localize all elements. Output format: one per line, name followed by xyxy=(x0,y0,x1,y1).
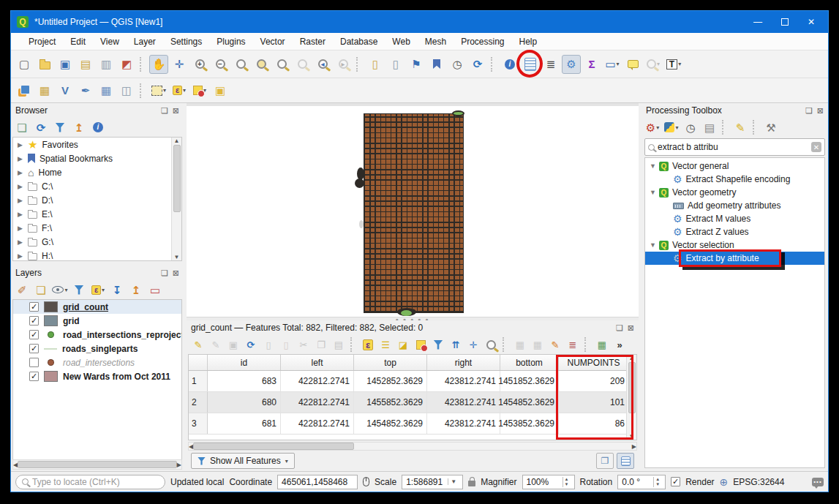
scrollbar-thumb[interactable] xyxy=(193,443,354,450)
new-3d-map-view-button[interactable]: ▯ xyxy=(386,55,405,74)
close-button[interactable]: ✕ xyxy=(808,17,815,27)
new-print-layout-button[interactable]: ▤ xyxy=(76,55,95,74)
zoom-to-selection-button[interactable] xyxy=(252,55,271,74)
zoom-to-selection-button[interactable] xyxy=(483,336,499,353)
move-selection-to-top-button[interactable]: ⇈ xyxy=(448,336,464,353)
processing-search-box[interactable]: extract b attribu ✕ xyxy=(644,138,825,156)
browser-item-g[interactable]: ▶G:\ xyxy=(13,235,181,249)
maximize-button[interactable] xyxy=(781,18,789,26)
expand-arrow-icon[interactable]: ▶ xyxy=(18,155,23,162)
zoom-last-button[interactable]: ◂ xyxy=(313,55,332,74)
cell-numpoints[interactable]: 101 xyxy=(559,392,629,413)
layer-item-road-intersections[interactable]: road_intersections xyxy=(13,356,181,369)
layers-close-button[interactable]: ⊠ xyxy=(173,268,179,278)
scroll-up-icon[interactable]: ▲ xyxy=(174,138,180,144)
map-tips-button[interactable] xyxy=(623,55,642,74)
cell-top[interactable]: 1454852.3629 xyxy=(354,413,427,434)
layer-visibility-checkbox[interactable]: ✓ xyxy=(29,372,39,381)
magnifier-spinbox[interactable]: 100% ▲▼ xyxy=(522,475,575,489)
menu-database[interactable]: Database xyxy=(333,34,385,49)
algorithm-add-geometry-attributes[interactable]: Add geometry attributes xyxy=(645,199,824,212)
collapse-arrow-icon[interactable]: ▼ xyxy=(650,162,655,170)
expand-arrow-icon[interactable]: ▶ xyxy=(18,211,23,218)
column-header-left[interactable]: left xyxy=(281,355,354,370)
form-view-toggle-button[interactable]: ❐ xyxy=(596,453,614,469)
render-checkbox[interactable]: ✓ xyxy=(671,477,680,486)
dropdown-arrow-icon[interactable]: ▼ xyxy=(448,478,459,485)
grid-count-layer-rendering[interactable] xyxy=(364,113,464,313)
cell-id[interactable]: 680 xyxy=(208,392,281,413)
cell-left[interactable]: 422812.2741 xyxy=(281,392,354,413)
select-features-button[interactable]: ▾ xyxy=(149,81,168,100)
collapse-arrow-icon[interactable]: ▼ xyxy=(650,189,655,196)
algorithm-group-vector-selection[interactable]: ▼QVector selection xyxy=(645,238,824,252)
layer-item-new-wards-from-oct-2011[interactable]: ✓New Wards from Oct 2011 xyxy=(13,369,181,383)
browser-close-button[interactable]: ⊠ xyxy=(173,106,179,116)
cell-bottom[interactable]: 1453852.3629 xyxy=(500,413,559,434)
menu-plugins[interactable]: Plugins xyxy=(209,34,252,49)
show-layout-manager-button[interactable]: ▥ xyxy=(97,55,116,74)
menu-layer[interactable]: Layer xyxy=(127,34,163,49)
save-project-button[interactable]: ▣ xyxy=(56,55,75,74)
messages-icon[interactable]: ••• xyxy=(812,478,824,486)
cell-top[interactable]: 1455852.3629 xyxy=(354,392,427,413)
history-button[interactable]: ◷ xyxy=(682,119,699,135)
cell-numpoints[interactable]: 86 xyxy=(559,413,629,434)
edit-features-in-place-button[interactable]: ✎ xyxy=(731,119,749,135)
new-shapefile-layer-button[interactable]: V xyxy=(56,81,75,100)
scrollbar-thumb[interactable] xyxy=(628,362,636,413)
text-annotation-button[interactable]: T▾ xyxy=(664,55,683,74)
cell-left[interactable]: 422812.2741 xyxy=(281,413,354,434)
new-virtual-layer-button[interactable]: ◫ xyxy=(117,81,136,100)
cell-bottom[interactable]: 1451852.3629 xyxy=(500,371,559,391)
minimize-button[interactable]: — xyxy=(753,17,762,27)
zoom-to-layer-button[interactable] xyxy=(272,55,291,74)
processing-close-button[interactable]: ⊠ xyxy=(817,106,824,116)
locate-search-input[interactable]: Type to locate (Ctrl+K) xyxy=(15,475,165,489)
spin-buttons[interactable]: ▲▼ xyxy=(563,477,571,487)
scrollbar-thumb[interactable] xyxy=(18,461,177,468)
crs-globe-icon[interactable]: ⊕ xyxy=(720,476,729,488)
browser-item-d[interactable]: ▶D:\ xyxy=(13,193,181,207)
filter-by-expression-button[interactable]: ε▾ xyxy=(89,282,107,298)
cell-id[interactable]: 683 xyxy=(208,371,281,391)
select-by-expression-button[interactable]: ε xyxy=(360,336,376,353)
select-features-by-value-button[interactable]: ▣ xyxy=(211,81,230,100)
column-header-top[interactable]: top xyxy=(354,355,427,370)
rotation-spinbox[interactable]: 0.0 ° ▲▼ xyxy=(617,475,666,489)
refresh-map-button[interactable]: ⟳ xyxy=(468,55,487,74)
column-header-bottom[interactable]: bottom xyxy=(500,355,559,370)
filter-browser-button[interactable] xyxy=(51,119,69,135)
processing-options-button[interactable]: ⚒ xyxy=(762,119,780,135)
clear-search-icon[interactable]: ✕ xyxy=(811,142,821,152)
cell-left[interactable]: 422812.2741 xyxy=(281,371,354,391)
map-canvas[interactable] xyxy=(187,103,639,317)
new-project-button[interactable]: ▢ xyxy=(15,55,34,74)
identify-features-button[interactable]: i xyxy=(500,55,519,74)
pan-to-selection-button[interactable]: ✛ xyxy=(465,336,481,353)
layer-visibility-checkbox[interactable] xyxy=(29,358,39,367)
table-row[interactable]: 3681422812.27411454852.3629423812.274114… xyxy=(189,413,636,435)
browser-float-button[interactable]: ❏ xyxy=(161,106,168,116)
menu-view[interactable]: View xyxy=(93,34,127,49)
processing-toolbox-button[interactable]: ⚙ xyxy=(562,55,581,74)
scroll-right-icon[interactable]: ▶ xyxy=(177,462,181,468)
layer-item-road-intersections-reprojecte[interactable]: ✓road_intersections_reprojecte xyxy=(13,328,181,342)
scroll-right-icon[interactable]: ▶ xyxy=(632,443,636,450)
attribute-table-close-button[interactable]: ⊠ xyxy=(628,323,634,333)
layers-float-button[interactable]: ❏ xyxy=(161,268,168,278)
invert-selection-button[interactable]: ◪ xyxy=(395,336,411,353)
edit-fields-button[interactable]: ✎ xyxy=(547,336,563,353)
mouse-position-icon[interactable] xyxy=(363,477,369,486)
open-field-calculator-button[interactable]: ≣ xyxy=(565,336,581,353)
column-header-numpoints[interactable]: NUMPOINTS xyxy=(559,355,629,370)
deselect-all-button[interactable]: ▾ xyxy=(190,81,209,100)
zoom-full-button[interactable] xyxy=(231,55,250,74)
algorithm-extract-z-values[interactable]: ⚙Extract Z values xyxy=(645,225,824,238)
new-temporary-scratch-layer-button[interactable]: ✒ xyxy=(76,81,95,100)
conditional-formatting-button[interactable]: ▦ xyxy=(594,336,610,353)
processing-float-button[interactable]: ❏ xyxy=(805,106,813,116)
layers-horizontal-scrollbar[interactable]: ◀ ▶ xyxy=(12,459,182,470)
coordinate-input[interactable]: 465061,1458468 xyxy=(277,475,358,489)
browser-item-f[interactable]: ▶F:\ xyxy=(13,221,181,235)
